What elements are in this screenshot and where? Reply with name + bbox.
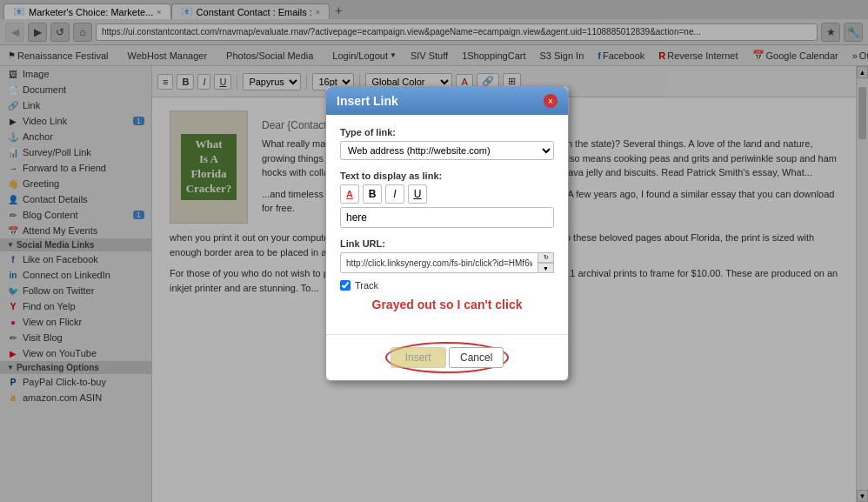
format-italic-btn[interactable]: I xyxy=(385,184,404,204)
track-label: Track xyxy=(355,280,378,291)
track-checkbox[interactable] xyxy=(340,280,351,291)
italic-icon: I xyxy=(393,188,396,200)
cancel-btn[interactable]: Cancel xyxy=(449,347,504,368)
underline-icon: U xyxy=(414,188,422,200)
modal-body: Type of link: Web address (http://websit… xyxy=(326,115,568,334)
cancel-circle-decoration: Insert Cancel xyxy=(385,342,510,373)
url-label: Link URL: xyxy=(340,238,554,249)
text-label: Text to display as link: xyxy=(340,171,554,181)
url-input[interactable] xyxy=(340,252,538,273)
modal-header: Insert Link × xyxy=(326,87,568,115)
modal-close-btn[interactable]: × xyxy=(544,94,558,108)
format-a-btn[interactable]: A xyxy=(340,184,359,204)
type-select-row: Web address (http://website.com) xyxy=(340,141,554,160)
url-row: ↻ ▼ xyxy=(340,252,554,273)
track-row: Track xyxy=(340,280,554,291)
insert-link-modal: Insert Link × Type of link: Web address … xyxy=(325,86,569,381)
modal-overlay: Insert Link × Type of link: Web address … xyxy=(0,0,868,502)
url-dropdown-btn[interactable]: ▼ xyxy=(538,263,554,273)
format-row: A B I U xyxy=(340,184,554,204)
format-underline-btn[interactable]: U xyxy=(408,184,427,204)
type-label: Type of link: xyxy=(340,127,554,137)
url-btns: ↻ ▼ xyxy=(538,252,554,273)
insert-btn[interactable]: Insert xyxy=(391,347,446,368)
format-bold-btn[interactable]: B xyxy=(363,184,382,204)
type-select[interactable]: Web address (http://website.com) xyxy=(340,141,554,160)
text-display-input[interactable] xyxy=(340,207,554,228)
url-refresh-btn[interactable]: ↻ xyxy=(538,252,554,263)
modal-footer: Insert Cancel xyxy=(326,334,568,380)
bold-icon: B xyxy=(369,188,377,200)
modal-title: Insert Link xyxy=(337,94,398,108)
format-a-icon: A xyxy=(346,189,353,199)
grayed-note: Grayed out so I can't click xyxy=(340,298,554,311)
